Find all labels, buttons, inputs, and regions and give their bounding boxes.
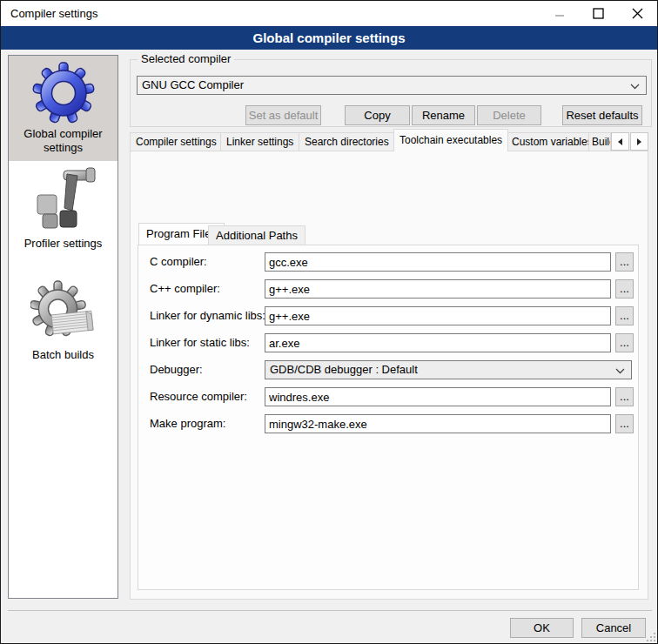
cpp-compiler-browse-button[interactable]: ... <box>615 279 634 299</box>
linker-dynamic-browse-button[interactable]: ... <box>615 306 634 325</box>
chevron-down-icon <box>630 84 640 90</box>
make-program-input[interactable] <box>265 414 611 433</box>
compiler-settings-window: Compiler settings Global compiler settin… <box>0 0 658 644</box>
tab-scroll-right-button[interactable] <box>630 132 648 151</box>
arrow-right-icon <box>637 138 641 145</box>
tab-build-options-clipped[interactable]: Builc <box>588 132 611 151</box>
linker-static-label: Linker for static libs: <box>150 336 250 349</box>
linker-static-input[interactable] <box>265 333 611 352</box>
blue-gear-icon <box>31 61 96 125</box>
c-compiler-label: C compiler: <box>150 255 207 268</box>
resource-compiler-label: Resource compiler: <box>150 390 247 403</box>
c-compiler-browse-button[interactable]: ... <box>615 252 634 272</box>
cancel-button[interactable]: Cancel <box>581 618 646 638</box>
resource-compiler-input[interactable] <box>265 387 611 406</box>
form-row: Linker for dynamic libs: ... <box>138 306 638 325</box>
sidebar: Global compiler settings Profiler settin… <box>8 55 118 599</box>
close-button[interactable] <box>618 1 657 26</box>
make-program-label: Make program: <box>150 417 225 430</box>
profiler-caliper-icon <box>29 165 98 235</box>
maximize-button[interactable] <box>579 1 618 26</box>
debugger-label: Debugger: <box>150 363 203 376</box>
maximize-icon <box>593 8 604 19</box>
titlebar[interactable]: Compiler settings <box>1 1 657 26</box>
tab-compiler-settings[interactable]: Compiler settings <box>130 132 223 151</box>
form-row: C++ compiler: ... <box>138 279 638 299</box>
form-row: Debugger: GDB/CDB debugger : Default <box>138 360 638 379</box>
ok-button[interactable]: OK <box>510 618 574 638</box>
minimize-button[interactable] <box>540 1 579 26</box>
form-row: Linker for static libs: ... <box>138 333 638 352</box>
sidebar-item-label: Global compiler settings <box>9 125 118 160</box>
tab-toolchain-executables[interactable]: Toolchain executables <box>393 129 508 151</box>
gray-gear-stack-icon <box>30 280 97 346</box>
c-compiler-input[interactable] <box>265 252 611 272</box>
linker-dynamic-input[interactable] <box>265 306 611 325</box>
window-title: Compiler settings <box>10 7 97 20</box>
arrow-left-icon <box>618 138 622 145</box>
tab-linker-settings[interactable]: Linker settings <box>220 132 299 151</box>
page-title: Global compiler settings <box>1 26 657 50</box>
form-row: C compiler: ... <box>138 252 638 272</box>
chevron-down-icon <box>615 368 625 374</box>
linker-static-browse-button[interactable]: ... <box>615 333 634 352</box>
sidebar-item-label: Profiler settings <box>9 235 118 256</box>
form-row: Make program: ... <box>138 414 638 433</box>
form-row: Resource compiler: ... <box>138 387 638 406</box>
compiler-select-value: GNU GCC Compiler <box>142 78 244 91</box>
resize-grip-icon[interactable] <box>645 631 655 641</box>
resource-compiler-browse-button[interactable]: ... <box>615 387 634 406</box>
rename-button[interactable]: Rename <box>412 105 475 125</box>
minimize-icon <box>554 9 565 19</box>
copy-button[interactable]: Copy <box>345 105 410 125</box>
make-program-browse-button[interactable]: ... <box>615 414 634 433</box>
debugger-select[interactable]: GDB/CDB debugger : Default <box>265 360 632 379</box>
linker-dynamic-label: Linker for dynamic libs: <box>150 309 265 322</box>
delete-button[interactable]: Delete <box>477 105 541 125</box>
tab-scroll-left-button[interactable] <box>611 132 629 151</box>
reset-defaults-button[interactable]: Reset defaults <box>562 105 642 125</box>
footer-separator <box>8 610 652 611</box>
sidebar-item-profiler-settings[interactable]: Profiler settings <box>9 161 118 256</box>
selected-compiler-legend: Selected compiler <box>138 52 234 65</box>
program-files-page: C compiler: ... C++ compiler: ... Linker… <box>138 245 639 590</box>
tab-custom-variables[interactable]: Custom variables <box>506 132 599 151</box>
sidebar-item-global-compiler-settings[interactable]: Global compiler settings <box>9 56 118 161</box>
compiler-select[interactable]: GNU GCC Compiler <box>137 76 647 95</box>
set-as-default-button[interactable]: Set as default <box>245 105 321 125</box>
debugger-select-value: GDB/CDB debugger : Default <box>270 363 418 376</box>
subtab-additional-paths[interactable]: Additional Paths <box>208 225 306 245</box>
close-icon <box>632 8 643 19</box>
tab-search-directories[interactable]: Search directories <box>299 132 395 151</box>
sidebar-item-label: Batch builds <box>9 346 118 367</box>
sidebar-item-batch-builds[interactable]: Batch builds <box>9 256 118 367</box>
cpp-compiler-label: C++ compiler: <box>150 282 220 295</box>
cpp-compiler-input[interactable] <box>265 279 611 299</box>
